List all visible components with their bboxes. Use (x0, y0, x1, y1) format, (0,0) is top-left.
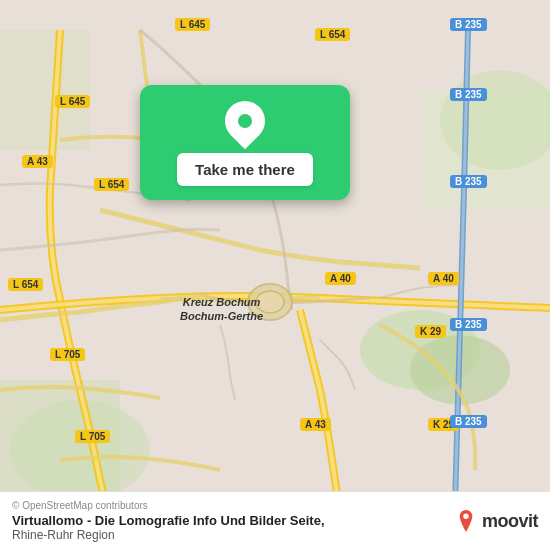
road-label-b235-2: B 235 (450, 88, 487, 101)
road-label-a40-mid2: A 40 (428, 272, 459, 285)
location-popup: Take me there (140, 85, 350, 200)
moovit-logo: moovit (455, 510, 538, 532)
road-label-b235-1: B 235 (450, 18, 487, 31)
road-label-l645-top: L 645 (175, 18, 210, 31)
svg-rect-7 (0, 30, 90, 150)
svg-point-4 (10, 400, 150, 500)
road-label-l654-mid: L 654 (94, 178, 129, 191)
moovit-brand-text: moovit (482, 511, 538, 532)
map-container: L 645 L 654 B 235 L 645 B 235 A 43 L 654… (0, 0, 550, 550)
attribution-text: © OpenStreetMap contributors (12, 500, 325, 511)
road-label-l645-mid: L 645 (55, 95, 90, 108)
road-label-a40-mid1: A 40 (325, 272, 356, 285)
bottom-bar: © OpenStreetMap contributors Virtuallomo… (0, 491, 550, 550)
svg-point-10 (463, 514, 469, 520)
map-svg (0, 0, 550, 550)
road-label-l654-top: L 654 (315, 28, 350, 41)
road-label-a43-low: A 43 (300, 418, 331, 431)
road-label-b235-5: B 235 (450, 415, 487, 428)
road-label-k29-1: K 29 (415, 325, 446, 338)
location-pin-icon (217, 93, 274, 150)
road-label-b235-4: B 235 (450, 318, 487, 331)
bottom-bar-info: © OpenStreetMap contributors Virtuallomo… (12, 500, 325, 542)
road-label-b235-3: B 235 (450, 175, 487, 188)
take-me-there-button[interactable]: Take me there (177, 153, 313, 186)
place-label-kreuz: Kreuz BochumBochum-Gerthe (180, 295, 263, 324)
location-subtitle: Rhine-Ruhr Region (12, 528, 325, 542)
location-title: Virtuallomo - Die Lomografie Info Und Bi… (12, 513, 325, 528)
moovit-pin-icon (455, 510, 477, 532)
road-label-l705-1: L 705 (50, 348, 85, 361)
road-label-l654-low: L 654 (8, 278, 43, 291)
road-label-l705-2: L 705 (75, 430, 110, 443)
road-label-a43-left: A 43 (22, 155, 53, 168)
